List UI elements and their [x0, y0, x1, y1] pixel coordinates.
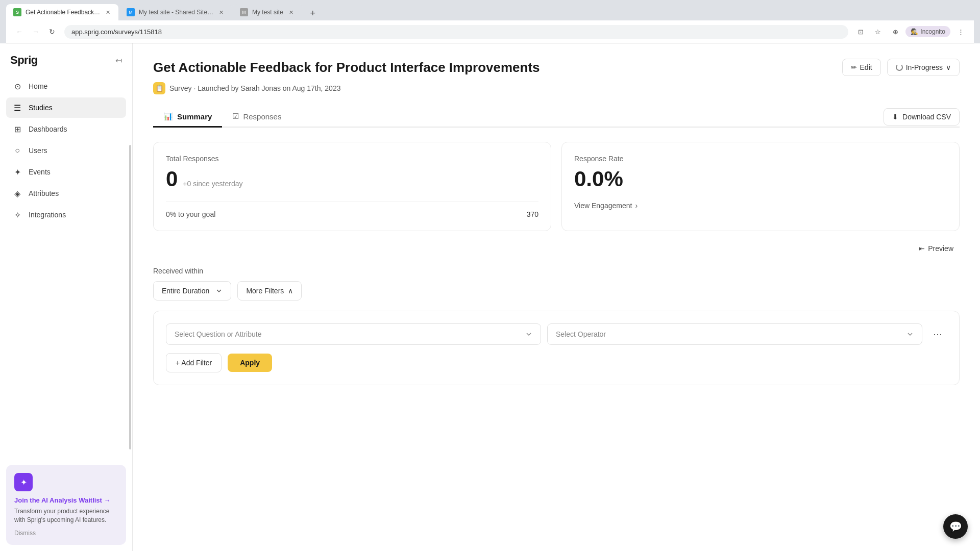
new-tab-button[interactable]: +: [306, 6, 320, 20]
studies-icon: ☰: [12, 103, 22, 113]
survey-icon: 📋: [153, 82, 165, 94]
sidebar-item-home-label: Home: [29, 82, 47, 90]
filter-row: Select Question or Attribute Select Oper…: [166, 323, 947, 345]
sidebar-item-attributes[interactable]: ◈ Attributes: [6, 183, 126, 204]
preview-button[interactable]: ⇤ Preview: [913, 240, 960, 257]
tab-favicon-3: M: [240, 8, 248, 16]
select-question-placeholder: Select Question or Attribute: [175, 330, 261, 338]
chat-bubble-button[interactable]: 💬: [943, 514, 968, 539]
sidebar-item-studies[interactable]: ☰ Studies: [6, 97, 126, 118]
chat-bubble-icon: 💬: [949, 520, 962, 533]
responses-tab-icon: ☑: [232, 112, 239, 121]
goal-number: 370: [527, 210, 538, 218]
select-operator-dropdown[interactable]: Select Operator: [547, 323, 922, 345]
sidebar-item-integrations[interactable]: ✧ Integrations: [6, 205, 126, 225]
tabs: 📊 Summary ☑ Responses: [153, 107, 291, 127]
view-engagement-text: View Engagement: [574, 202, 632, 210]
tab-label-3: My test site: [252, 9, 283, 16]
users-icon: ○: [12, 145, 22, 156]
duration-chevron-icon: [215, 287, 223, 294]
page-header: Get Actionable Feedback for Product Inte…: [153, 59, 960, 76]
download-csv-label: Download CSV: [902, 113, 951, 121]
survey-meta-text: Survey · Launched by Sarah Jonas on Aug …: [169, 84, 340, 92]
sidebar-item-users[interactable]: ○ Users: [6, 140, 126, 161]
preview-section: ⇤ Preview: [153, 240, 960, 257]
sidebar-item-attributes-label: Attributes: [29, 189, 59, 197]
total-responses-number: 0: [166, 167, 178, 191]
tab-label-1: Get Actionable Feedback for Pro...: [26, 9, 101, 16]
tab-responses[interactable]: ☑ Responses: [222, 107, 291, 128]
edit-pencil-icon: ✏: [851, 63, 857, 71]
select-operator-placeholder: Select Operator: [556, 330, 606, 338]
header-actions: ✏ Edit In-Progress ∨: [842, 59, 960, 76]
forward-button[interactable]: →: [29, 24, 43, 39]
tab-1[interactable]: S Get Actionable Feedback for Pro... ✕: [6, 4, 118, 20]
events-icon: ✦: [12, 167, 22, 177]
sidebar-item-home[interactable]: ⊙ Home: [6, 76, 126, 96]
sidebar-item-users-label: Users: [29, 146, 47, 155]
edit-button[interactable]: ✏ Edit: [842, 59, 881, 76]
tabs-row: 📊 Summary ☑ Responses ⬇ Download CSV: [153, 107, 960, 128]
status-spinner-icon: [896, 64, 903, 71]
add-filter-label: + Add Filter: [176, 359, 212, 367]
download-csv-icon: ⬇: [892, 113, 898, 121]
filter-more-options-button[interactable]: ⋯: [928, 325, 947, 343]
download-csv-button[interactable]: ⬇ Download CSV: [884, 108, 960, 126]
select-question-dropdown[interactable]: Select Question or Attribute: [166, 323, 541, 345]
menu-icon[interactable]: ⋮: [953, 24, 968, 39]
tab-close-2[interactable]: ✕: [218, 8, 225, 16]
cast-icon[interactable]: ⊡: [853, 24, 868, 39]
response-rate-value: 0.0%: [574, 167, 947, 191]
response-rate-card: Response Rate 0.0% View Engagement ›: [561, 142, 960, 231]
sidebar-header: Sprig ↤: [0, 43, 132, 72]
sidebar-scrollbar[interactable]: [129, 145, 131, 449]
more-filters-button[interactable]: More Filters ∧: [237, 281, 302, 300]
tab-summary[interactable]: 📊 Summary: [153, 107, 222, 128]
status-label: In-Progress: [906, 63, 943, 71]
response-rate-label: Response Rate: [574, 155, 947, 163]
sidebar-collapse-button[interactable]: ↤: [115, 56, 122, 65]
survey-meta: 📋 Survey · Launched by Sarah Jonas on Au…: [153, 82, 960, 94]
advanced-filter-box: Select Question or Attribute Select Oper…: [153, 311, 960, 385]
tab-favicon-2: M: [127, 8, 135, 16]
tab-label-2: My test site - Shared Sites - Dash...: [139, 9, 214, 16]
ai-banner-dismiss-button[interactable]: Dismiss: [14, 530, 118, 537]
view-engagement-arrow-icon: ›: [635, 202, 638, 210]
goal-text: 0% to your goal: [166, 210, 215, 218]
status-button[interactable]: In-Progress ∨: [887, 59, 960, 76]
profile-icon[interactable]: ⊕: [888, 24, 902, 39]
summary-tab-icon: 📊: [163, 112, 173, 121]
url-input[interactable]: app.sprig.com/surveys/115818: [64, 25, 848, 39]
duration-dropdown[interactable]: Entire Duration: [153, 281, 231, 300]
total-responses-card: Total Responses 0 +0 since yesterday 0% …: [153, 142, 551, 231]
total-responses-value-row: 0 +0 since yesterday: [166, 167, 538, 191]
status-chevron-icon: ∨: [946, 63, 951, 71]
back-button[interactable]: ←: [12, 24, 27, 39]
incognito-icon: 🕵: [911, 28, 918, 35]
tab-3[interactable]: M My test site ✕: [233, 4, 303, 20]
view-engagement-link[interactable]: View Engagement ›: [574, 202, 947, 210]
main-content: Get Actionable Feedback for Product Inte…: [133, 43, 980, 551]
incognito-button[interactable]: 🕵 Incognito: [905, 26, 950, 37]
refresh-button[interactable]: ↻: [45, 24, 59, 39]
sidebar-logo: Sprig: [10, 54, 38, 67]
preview-icon: ⇤: [919, 244, 925, 253]
browser-chrome: S Get Actionable Feedback for Pro... ✕ M…: [0, 0, 980, 43]
stats-row: Total Responses 0 +0 since yesterday 0% …: [153, 142, 960, 231]
filter-section: Received within Entire Duration More Fil…: [153, 267, 960, 300]
address-bar: ← → ↻ app.sprig.com/surveys/115818 ⊡ ☆ ⊕…: [6, 20, 974, 43]
tab-favicon-1: S: [13, 8, 21, 16]
tab-close-3[interactable]: ✕: [287, 8, 296, 16]
apply-button[interactable]: Apply: [228, 354, 272, 372]
tab-2[interactable]: M My test site - Shared Sites - Dash... …: [119, 4, 232, 20]
add-filter-button[interactable]: + Add Filter: [166, 353, 222, 372]
ai-banner-title[interactable]: Join the AI Analysis Waitlist →: [14, 496, 118, 504]
filter-actions: + Add Filter Apply: [166, 353, 947, 372]
apply-label: Apply: [240, 359, 260, 367]
app-container: Sprig ↤ ⊙ Home ☰ Studies ⊞ Dashboards ○ …: [0, 43, 980, 551]
tab-close-1[interactable]: ✕: [105, 8, 111, 16]
total-responses-since: +0 since yesterday: [183, 180, 242, 188]
sidebar-item-events[interactable]: ✦ Events: [6, 162, 126, 182]
bookmark-icon[interactable]: ☆: [871, 24, 885, 39]
sidebar-item-dashboards[interactable]: ⊞ Dashboards: [6, 119, 126, 139]
